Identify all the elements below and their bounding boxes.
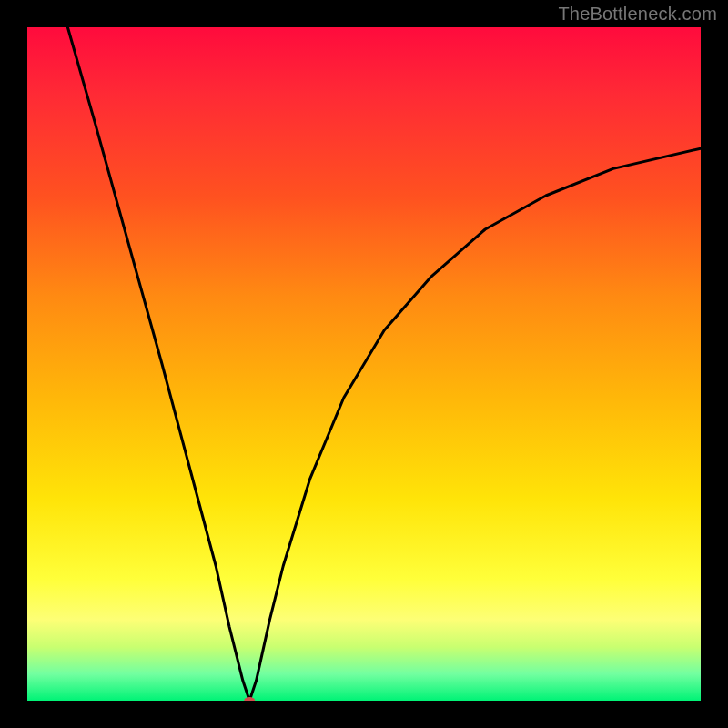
curve-path xyxy=(67,27,701,701)
plot-area xyxy=(27,27,701,701)
watermark-text: TheBottleneck.com xyxy=(558,4,717,25)
curve-svg xyxy=(27,27,701,701)
minimum-marker xyxy=(244,697,255,701)
chart-frame: TheBottleneck.com xyxy=(0,0,728,728)
